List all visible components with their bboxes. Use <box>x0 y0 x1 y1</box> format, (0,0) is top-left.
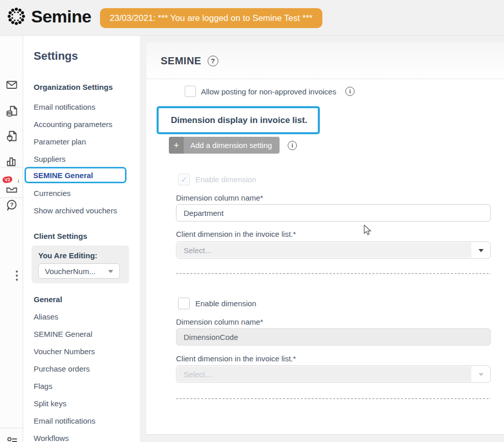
enable-dimension-checkbox-2[interactable] <box>178 298 190 309</box>
inbox-v2-icon[interactable]: V2 ↓ <box>5 181 18 195</box>
sidebar-item-email-notifications[interactable]: Email notifications <box>34 103 140 112</box>
sidebar-title: Settings <box>34 49 140 63</box>
client-dimension-select-2: Select... <box>176 365 491 383</box>
info-icon[interactable]: i <box>345 87 355 96</box>
inbox-download-arrow-icon: ↓ <box>17 177 20 183</box>
org-settings-heading: Organization Settings <box>34 83 140 92</box>
kebab-menu-icon[interactable] <box>16 271 18 281</box>
purchase-document-icon[interactable] <box>5 129 18 143</box>
bar-chart-icon[interactable] <box>5 154 18 168</box>
help-bubble-icon[interactable]: ? <box>5 198 18 212</box>
user-admin-icon[interactable] <box>5 434 18 442</box>
sidebar-item-parameter-plan[interactable]: Parameter plan <box>34 137 140 146</box>
editing-client-dropdown[interactable]: VoucherNum... <box>38 263 120 279</box>
svg-text:?: ? <box>10 202 13 208</box>
you-are-editing-label: You Are Editing: <box>38 251 129 260</box>
chevron-down-icon <box>108 270 113 273</box>
brand-logo[interactable]: Semine <box>5 5 91 28</box>
client-settings-heading: Client Settings <box>34 232 140 241</box>
enable-dimension-checkbox-1: ✓ <box>178 174 190 185</box>
chevron-down-icon <box>478 373 484 376</box>
sidebar-item-suppliers[interactable]: Suppliers <box>34 155 140 164</box>
page: Semine 23/03/2021: *** You are logged on… <box>0 0 504 442</box>
sidebar-item-show-archived-vouchers[interactable]: Show archived vouchers <box>34 206 140 215</box>
sidebar-item-label: SEMINE General <box>33 171 93 180</box>
sidebar-item-accounting-parameters[interactable]: Accounting parameters <box>34 120 140 129</box>
add-dimension-setting-label: Add a dimension setting <box>184 141 280 150</box>
editing-client-value: VoucherNum... <box>45 267 95 276</box>
environment-banner: 23/03/2021: *** You are logged on to Sem… <box>100 8 322 28</box>
general-heading: General <box>34 295 140 304</box>
dimension-column-name-input-1[interactable] <box>176 204 491 222</box>
sidebar-item-workflows[interactable]: Workflows <box>34 434 140 442</box>
select-placeholder: Select... <box>177 366 471 382</box>
allow-posting-checkbox[interactable] <box>185 86 196 97</box>
you-are-editing-box: You Are Editing: VoucherNum... <box>32 245 129 283</box>
brand-name: Semine <box>31 7 91 27</box>
info-icon[interactable]: i <box>288 141 297 150</box>
topbar: Semine 23/03/2021: *** You are logged on… <box>0 0 504 36</box>
allow-posting-label: Allow posting for non-approved invoices <box>201 87 336 96</box>
plus-icon: + <box>169 137 184 154</box>
enable-dimension-label-2: Enable dimension <box>195 299 256 308</box>
mail-icon[interactable] <box>5 78 18 91</box>
invoices-coins-icon[interactable] <box>5 104 18 117</box>
dashed-divider <box>176 273 491 274</box>
client-dimension-select-1[interactable]: Select... <box>176 241 491 259</box>
select-placeholder: Select... <box>177 242 471 258</box>
section-heading-annotation-highlight: Dimension display in invoice list. <box>157 106 320 134</box>
client-dimension-label-1: Client dimension in the invoice list.* <box>176 230 296 239</box>
semine-settings-card: SEMINE ? Allow posting for non-approved … <box>146 42 504 435</box>
dashed-divider <box>176 398 491 399</box>
sidebar-item-split-keys[interactable]: Split keys <box>34 399 140 408</box>
sidebar-item-aliases[interactable]: Aliases <box>34 312 140 322</box>
rail-divider <box>0 167 23 167</box>
dimension-column-name-label-1: Dimension column name* <box>176 193 263 203</box>
enable-dimension-label-1: Enable dimension <box>195 175 256 184</box>
icon-rail: V2 ↓ ? <box>0 36 23 442</box>
sidebar-item-currencies[interactable]: Currencies <box>34 189 140 198</box>
help-icon[interactable]: ? <box>208 56 218 66</box>
sidebar-item-flags[interactable]: Flags <box>34 382 140 391</box>
sidebar-item-email-notifications-client[interactable]: Email notifications <box>34 416 140 426</box>
semine-dotted-ring-icon <box>5 5 28 28</box>
dimension-section-heading: Dimension display in invoice list. <box>171 115 307 126</box>
sidebar-item-semine-general-selected[interactable]: SEMINE General <box>24 167 127 183</box>
mouse-cursor <box>363 225 373 238</box>
settings-sidebar: Settings Organization Settings Email not… <box>23 36 140 442</box>
dimension-column-name-input-2 <box>176 328 491 346</box>
sidebar-item-semine-general-client[interactable]: SEMINE General <box>34 330 140 339</box>
sidebar-item-purchase-orders[interactable]: Purchase orders <box>34 364 140 374</box>
add-dimension-setting-button[interactable]: + Add a dimension setting <box>169 137 280 154</box>
chevron-down-icon <box>478 249 484 252</box>
rail-divider <box>0 428 23 428</box>
page-title: SEMINE <box>161 55 201 67</box>
dimension-column-name-label-2: Dimension column name* <box>176 317 263 327</box>
client-dimension-label-2: Client dimension in the invoice list.* <box>176 354 296 363</box>
sidebar-item-voucher-numbers[interactable]: Voucher Numbers <box>34 347 140 356</box>
